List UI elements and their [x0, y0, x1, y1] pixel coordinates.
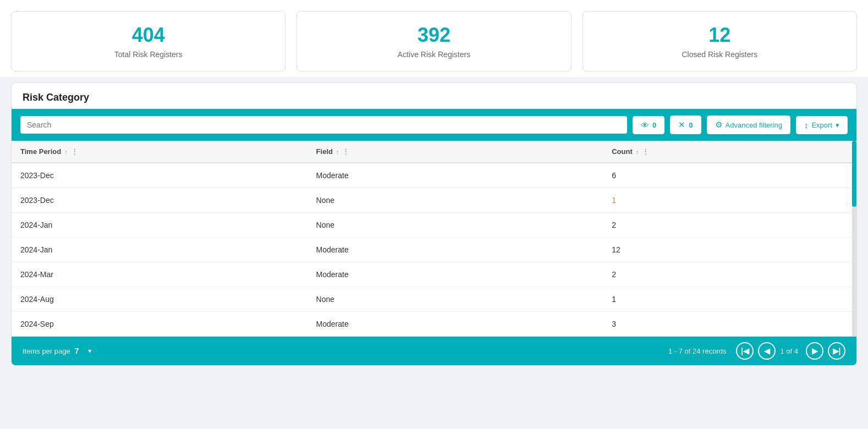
cell-count: 3 — [603, 312, 856, 337]
items-per-page-label: Items per page — [23, 347, 70, 355]
cell-field: Moderate — [307, 312, 603, 337]
table-row: 2024-Mar Moderate 2 — [12, 262, 856, 287]
export-dropdown-icon: ▾ — [836, 121, 839, 129]
cell-time-period: 2023-Dec — [12, 163, 307, 188]
sort-icon-count[interactable]: ↑ — [636, 148, 639, 155]
export-icon: ↕ — [804, 120, 809, 130]
last-page-button[interactable]: ▶| — [828, 342, 845, 360]
risk-table: Time Period ↑ ⋮ Field ↑ ⋮ — [12, 141, 856, 337]
eye-icon: 👁 — [641, 120, 649, 130]
table-row: 2024-Aug None 1 — [12, 287, 856, 312]
stats-row: 404 Total Risk Registers 392 Active Risk… — [0, 0, 868, 77]
items-per-page-select[interactable]: 7 10 25 50 — [75, 346, 84, 355]
eye-filter-button[interactable]: 👁 0 — [633, 116, 664, 134]
eye-count: 0 — [652, 121, 656, 129]
export-label: Export — [811, 121, 832, 129]
items-per-page-section: Items per page 7 10 25 50 ▾ — [23, 346, 91, 355]
pin-count: 0 — [689, 121, 693, 129]
stat-number-closed: 12 — [594, 24, 845, 47]
risk-category-section: Risk Category 👁 0 ✕ 0 ⚙ Advanced filteri… — [11, 82, 857, 366]
cell-field: None — [307, 213, 603, 238]
sort-icon-time[interactable]: ↑ — [64, 148, 68, 155]
col-header-count[interactable]: Count ↑ ⋮ — [603, 141, 856, 163]
export-button[interactable]: ↕ Export ▾ — [796, 116, 848, 134]
pin-icon: ✕ — [678, 120, 685, 130]
pagination: 1 - 7 of 24 records |◀ ◀ 1 of 4 ▶ ▶| — [668, 342, 845, 360]
cell-time-period: 2024-Jan — [12, 213, 307, 238]
cell-time-period: 2024-Mar — [12, 262, 307, 287]
advanced-filtering-button[interactable]: ⚙ Advanced filtering — [707, 116, 790, 134]
stat-card-total: 404 Total Risk Registers — [11, 11, 285, 72]
cell-count: 12 — [603, 238, 856, 262]
stat-card-active: 392 Active Risk Registers — [296, 11, 571, 72]
table-row: 2024-Jan None 2 — [12, 213, 856, 238]
first-page-button[interactable]: |◀ — [736, 342, 754, 360]
section-title: Risk Category — [12, 83, 856, 109]
stat-label-total: Total Risk Registers — [23, 50, 274, 59]
stat-number-active: 392 — [308, 24, 559, 47]
col-header-time-period[interactable]: Time Period ↑ ⋮ — [12, 141, 307, 163]
table-row: 2023-Dec None 1 — [12, 188, 856, 213]
cell-time-period: 2023-Dec — [12, 188, 307, 213]
footer-bar: Items per page 7 10 25 50 ▾ 1 - 7 of 24 … — [12, 337, 856, 365]
advanced-filtering-label: Advanced filtering — [726, 121, 782, 129]
scrollbar-thumb[interactable] — [852, 141, 856, 207]
items-per-page-chevron: ▾ — [88, 347, 91, 355]
table-header-row: Time Period ↑ ⋮ Field ↑ ⋮ — [12, 141, 856, 163]
pin-filter-button[interactable]: ✕ 0 — [670, 116, 701, 134]
table-container: Time Period ↑ ⋮ Field ↑ ⋮ — [12, 141, 856, 337]
cell-time-period: 2024-Jan — [12, 238, 307, 262]
toolbar: 👁 0 ✕ 0 ⚙ Advanced filtering ↕ Export ▾ — [12, 109, 856, 141]
cell-count: 1 — [603, 188, 856, 213]
cell-field: Moderate — [307, 163, 603, 188]
prev-page-button[interactable]: ◀ — [758, 342, 776, 360]
stat-number-total: 404 — [23, 24, 274, 47]
records-info: 1 - 7 of 24 records — [668, 347, 727, 355]
stat-card-closed: 12 Closed Risk Registers — [583, 11, 857, 72]
stat-label-active: Active Risk Registers — [308, 50, 559, 59]
cell-field: Moderate — [307, 262, 603, 287]
sort-icon-field[interactable]: ↑ — [336, 148, 339, 155]
stat-label-closed: Closed Risk Registers — [594, 50, 845, 59]
menu-icon-count[interactable]: ⋮ — [642, 147, 649, 156]
table-row: 2023-Dec Moderate 6 — [12, 163, 856, 188]
cell-count: 2 — [603, 262, 856, 287]
cell-time-period: 2024-Sep — [12, 312, 307, 337]
cell-field: None — [307, 188, 603, 213]
page-of-label: 1 of 4 — [780, 347, 798, 355]
search-input[interactable] — [20, 116, 627, 134]
cell-field: None — [307, 287, 603, 312]
next-page-button[interactable]: ▶ — [806, 342, 823, 360]
cell-count: 1 — [603, 287, 856, 312]
menu-icon-field[interactable]: ⋮ — [342, 147, 349, 156]
cell-count: 2 — [603, 213, 856, 238]
menu-icon-time[interactable]: ⋮ — [71, 147, 78, 156]
scrollbar-track[interactable] — [852, 141, 856, 337]
table-row: 2024-Jan Moderate 12 — [12, 238, 856, 262]
table-row: 2024-Sep Moderate 3 — [12, 312, 856, 337]
cell-count: 6 — [603, 163, 856, 188]
col-header-field[interactable]: Field ↑ ⋮ — [307, 141, 603, 163]
cell-time-period: 2024-Aug — [12, 287, 307, 312]
filter-icon: ⚙ — [715, 120, 722, 130]
cell-field: Moderate — [307, 238, 603, 262]
